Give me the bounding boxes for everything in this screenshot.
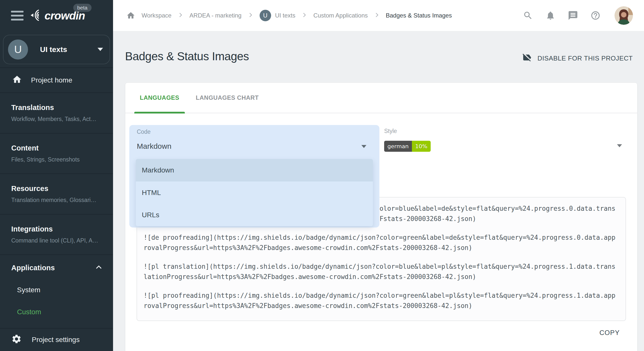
gear-icon [11, 334, 22, 346]
sidebar: crowdin beta U UI texts Project home Tra… [0, 0, 113, 351]
project-avatar: U [8, 40, 28, 60]
code-label: Code [137, 128, 151, 135]
section-subtitle: Files, Strings, Screenshots [11, 156, 113, 163]
sidebar-item-custom[interactable]: Custom [11, 308, 103, 316]
section-subtitle: Workflow, Members, Tasks, Act… [11, 116, 113, 122]
breadcrumb-home-icon[interactable] [126, 11, 136, 20]
style-select[interactable]: Style german 10% [384, 128, 626, 134]
project-avatar: U [260, 10, 271, 21]
dropdown-option-html[interactable]: HTML [136, 182, 373, 204]
breadcrumb-separator-icon [178, 12, 184, 19]
sidebar-item-system[interactable]: System [11, 286, 103, 294]
project-name: UI texts [40, 45, 98, 54]
notifications-bell-icon[interactable] [545, 10, 556, 21]
sidebar-item-project-settings[interactable]: Project settings [0, 328, 113, 351]
crowdin-logo-icon [29, 9, 42, 22]
breadcrumb-project-label: UI texts [275, 12, 295, 19]
code-select-open: Code Markdown Markdown HTML URLs [129, 125, 379, 228]
badge-language-segment: german [384, 141, 412, 152]
sidebar-group-applications: Applications System Custom [0, 255, 113, 328]
sidebar-item-resources[interactable]: Resources Translation memories, Glossari… [0, 174, 113, 214]
applications-title: Applications [11, 264, 55, 272]
code-entry: ![pl proofreading](https://img.shields.i… [144, 290, 619, 311]
chevron-down-icon [98, 48, 103, 51]
breadcrumb-custom-applications[interactable]: Custom Applications [313, 12, 368, 19]
style-label: Style [384, 128, 626, 134]
sidebar-item-integrations[interactable]: Integrations Command line tool (CLI), AP… [0, 214, 113, 255]
code-select-dropdown: Markdown HTML URLs [136, 159, 373, 226]
section-title: Content [11, 144, 113, 152]
code-select-field[interactable] [129, 125, 379, 158]
topbar-actions [522, 6, 633, 25]
breadcrumb-separator-icon [301, 12, 307, 19]
tab-languages[interactable]: LANGUAGES [134, 82, 185, 113]
page-title: Badges & Status Images [125, 50, 249, 63]
label-off-icon [522, 52, 532, 64]
section-title: Resources [11, 184, 113, 193]
section-title: Translations [11, 104, 113, 112]
sidebar-header: crowdin beta [0, 0, 113, 31]
sidebar-item-label: Project home [31, 76, 72, 84]
home-icon [12, 74, 22, 86]
sidebar-item-content[interactable]: Content Files, Strings, Screenshots [0, 134, 113, 174]
chevron-down-icon[interactable] [361, 145, 366, 148]
dropdown-option-urls[interactable]: URLs [136, 204, 373, 226]
help-icon[interactable] [590, 10, 601, 21]
breadcrumb-separator-icon [248, 12, 254, 19]
breadcrumb-organization[interactable]: ARDEA - marketing [190, 12, 242, 19]
code-entry: ![pl translation](https://img.shields.io… [144, 262, 619, 282]
code-entry: ![de proofreading](https://img.shields.i… [144, 232, 619, 253]
sidebar-item-project-home[interactable]: Project home [0, 68, 113, 93]
sidebar-item-translations[interactable]: Translations Workflow, Members, Tasks, A… [0, 93, 113, 134]
hamburger-menu-icon[interactable] [11, 11, 24, 20]
project-selector[interactable]: U UI texts [3, 35, 110, 64]
project-selector-zone: U UI texts [0, 31, 113, 68]
section-subtitle: Translation memories, Glossari… [11, 197, 113, 204]
tab-languages-chart[interactable]: LANGUAGES CHART [190, 82, 264, 113]
section-subtitle: Command line tool (CLI), API, A… [11, 237, 113, 244]
tabs: LANGUAGES LANGUAGES CHART [125, 83, 637, 113]
breadcrumb-current-page: Badges & Status Images [386, 12, 452, 19]
breadcrumb-project[interactable]: U UI texts [260, 10, 295, 21]
section-title: Integrations [11, 225, 113, 233]
badge-progress-segment: 10% [412, 141, 431, 152]
user-avatar[interactable] [614, 6, 633, 25]
settings-label: Project settings [32, 336, 80, 344]
applications-header[interactable]: Applications [11, 264, 103, 272]
beta-badge: beta [73, 4, 92, 12]
dropdown-option-markdown[interactable]: Markdown [136, 159, 373, 182]
code-select-value: Markdown [137, 142, 171, 150]
disable-button-label: DISABLE FOR THIS PROJECT [537, 54, 633, 62]
chevron-down-icon [617, 144, 622, 147]
search-icon[interactable] [522, 10, 533, 21]
copy-button[interactable]: COPY [599, 329, 620, 337]
breadcrumb: Workspace ARDEA - marketing U UI texts C… [126, 10, 522, 21]
crowdin-logo[interactable]: crowdin beta [29, 9, 85, 22]
messages-icon[interactable] [567, 10, 578, 21]
chevron-up-icon [95, 264, 103, 272]
badge-preview: german 10% [384, 141, 431, 152]
topbar: Workspace ARDEA - marketing U UI texts C… [113, 0, 644, 31]
breadcrumb-separator-icon [374, 12, 380, 19]
breadcrumb-workspace[interactable]: Workspace [142, 12, 172, 19]
crowdin-app: crowdin beta U UI texts Project home Tra… [0, 0, 644, 351]
disable-for-project-button[interactable]: DISABLE FOR THIS PROJECT [522, 52, 633, 64]
